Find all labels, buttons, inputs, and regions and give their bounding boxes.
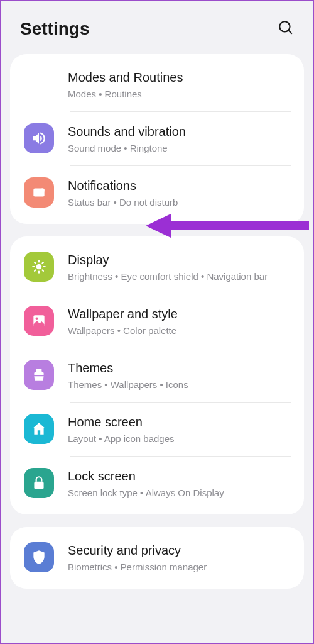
- item-title: Display: [68, 253, 291, 267]
- item-title: Home screen: [68, 415, 291, 430]
- settings-item-home[interactable]: Home screen Layout • App icon badges: [10, 402, 304, 457]
- item-title: Lock screen: [68, 469, 291, 484]
- svg-line-1: [288, 30, 291, 33]
- settings-group: Security and privacy Biometrics • Permis…: [10, 527, 304, 589]
- svg-point-0: [279, 21, 290, 31]
- settings-item-wallpaper[interactable]: Wallpaper and style Wallpapers • Color p…: [10, 294, 304, 348]
- settings-item-sounds[interactable]: Sounds and vibration Sound mode • Ringto…: [10, 112, 304, 166]
- item-subtitle: Status bar • Do not disturb: [68, 196, 291, 209]
- settings-item-display[interactable]: Display Brightness • Eye comfort shield …: [10, 240, 304, 294]
- item-subtitle: Brightness • Eye comfort shield • Naviga…: [68, 270, 291, 283]
- item-text: Notifications Status bar • Do not distur…: [68, 177, 291, 209]
- modes-icon: [24, 69, 54, 99]
- sounds-icon: [24, 123, 54, 153]
- display-icon: [24, 252, 54, 282]
- home-icon: [24, 414, 54, 444]
- item-text: Lock screen Screen lock type • Always On…: [68, 468, 291, 499]
- item-subtitle: Sound mode • Ringtone: [68, 142, 291, 155]
- item-subtitle: Themes • Wallpapers • Icons: [68, 378, 291, 391]
- item-subtitle: Layout • App icon badges: [68, 432, 291, 445]
- item-title: Sounds and vibration: [68, 125, 291, 139]
- item-text: Modes and Routines Modes • Routines: [68, 69, 291, 101]
- search-icon: [278, 19, 294, 36]
- settings-item-lock[interactable]: Lock screen Screen lock type • Always On…: [10, 457, 304, 511]
- settings-item-themes[interactable]: Themes Themes • Wallpapers • Icons: [10, 348, 304, 402]
- themes-icon: [24, 360, 54, 390]
- search-button[interactable]: [278, 19, 294, 38]
- item-subtitle: Wallpapers • Color palette: [68, 324, 291, 337]
- svg-point-3: [36, 264, 42, 270]
- item-text: Display Brightness • Eye comfort shield …: [68, 252, 291, 283]
- item-title: Notifications: [68, 179, 291, 193]
- svg-point-2: [40, 189, 45, 193]
- settings-group: Display Brightness • Eye comfort shield …: [10, 236, 304, 514]
- item-title: Modes and Routines: [68, 70, 291, 85]
- item-text: Home screen Layout • App icon badges: [68, 414, 291, 445]
- item-title: Security and privacy: [68, 543, 291, 558]
- settings-item-modes[interactable]: Modes and Routines Modes • Routines: [10, 58, 304, 112]
- item-text: Themes Themes • Wallpapers • Icons: [68, 360, 291, 391]
- page-title: Settings: [20, 19, 89, 39]
- item-text: Security and privacy Biometrics • Permis…: [68, 542, 291, 574]
- notifications-icon: [24, 177, 54, 208]
- settings-item-security[interactable]: Security and privacy Biometrics • Permis…: [10, 531, 304, 585]
- wallpaper-icon: [24, 306, 54, 336]
- settings-item-notifications[interactable]: Notifications Status bar • Do not distur…: [10, 166, 304, 220]
- item-text: Wallpaper and style Wallpapers • Color p…: [68, 306, 291, 337]
- svg-point-5: [36, 318, 38, 320]
- shield-icon: [24, 542, 54, 572]
- item-subtitle: Biometrics • Permission manager: [68, 560, 291, 574]
- item-subtitle: Modes • Routines: [68, 87, 291, 101]
- item-title: Wallpaper and style: [68, 307, 291, 321]
- header: Settings: [1, 1, 313, 54]
- item-subtitle: Screen lock type • Always On Display: [68, 486, 291, 499]
- item-text: Sounds and vibration Sound mode • Ringto…: [68, 123, 291, 155]
- item-title: Themes: [68, 361, 291, 375]
- settings-group: Modes and Routines Modes • Routines Soun…: [10, 54, 304, 224]
- lock-icon: [24, 468, 54, 498]
- svg-rect-6: [34, 482, 43, 489]
